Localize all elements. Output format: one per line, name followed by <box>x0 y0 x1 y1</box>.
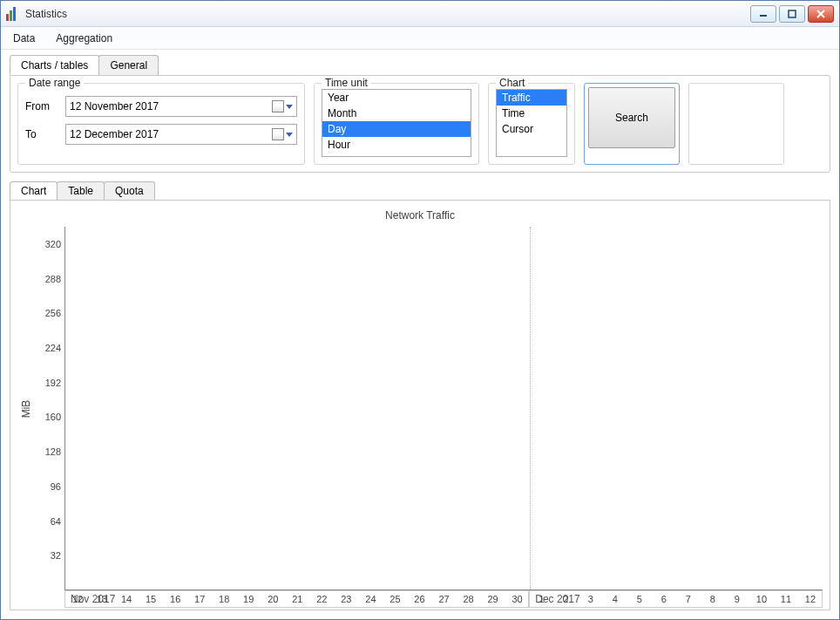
to-date-value: 12 December 2017 <box>70 128 159 140</box>
time-unit-legend: Time unit <box>322 77 371 89</box>
chart-select-list[interactable]: TrafficTimeCursor <box>496 89 567 157</box>
tab-general[interactable]: General <box>98 55 159 75</box>
subtab-quota[interactable]: Quota <box>104 181 155 200</box>
to-label: To <box>25 128 65 140</box>
search-wrapper: Search <box>584 83 680 165</box>
close-button[interactable] <box>808 5 834 23</box>
from-label: From <box>25 100 65 112</box>
menu-aggregation[interactable]: Aggregation <box>56 32 112 44</box>
subtab-table[interactable]: Table <box>57 181 105 200</box>
empty-group <box>688 83 784 165</box>
chart-frame: Network Traffic MiB 32649612816019222425… <box>10 200 830 610</box>
from-date-value: 12 November 2017 <box>70 100 159 112</box>
group-time-unit: Time unit YearMonthDayHour <box>314 83 479 165</box>
list-option[interactable]: Day <box>322 121 471 137</box>
list-option[interactable]: Month <box>322 106 471 121</box>
y-axis-ticks: 326496128160192224256288320 <box>35 227 64 590</box>
calendar-dropdown-icon[interactable] <box>272 100 293 112</box>
date-range-legend: Date range <box>25 77 84 89</box>
svg-rect-1 <box>789 10 796 17</box>
title-bar: Statistics <box>1 1 839 27</box>
filter-panel: Date range From 12 November 2017 To 12 D… <box>10 75 830 173</box>
month-label: Dec 2017 <box>529 591 823 608</box>
app-icon <box>6 7 20 21</box>
list-option[interactable]: Hour <box>322 137 471 153</box>
sub-tabstrip: Chart Table Quota <box>10 181 830 200</box>
plot-area: 1213141516171819202122232425262728293012… <box>64 227 823 590</box>
search-button[interactable]: Search <box>588 87 675 148</box>
list-option[interactable]: Cursor <box>497 121 566 137</box>
menu-bar: Data Aggregation <box>1 27 839 50</box>
tab-charts-tables[interactable]: Charts / tables <box>10 55 99 75</box>
main-tabstrip: Charts / tables General <box>10 55 830 75</box>
menu-data[interactable]: Data <box>13 32 35 44</box>
minimize-button[interactable] <box>750 5 776 23</box>
time-unit-list[interactable]: YearMonthDayHour <box>322 89 471 157</box>
y-axis-label: MiB <box>20 399 32 418</box>
list-option[interactable]: Year <box>322 90 471 106</box>
to-date-input[interactable]: 12 December 2017 <box>65 124 297 145</box>
window-title: Statistics <box>25 8 750 20</box>
chart-select-legend: Chart <box>496 77 528 89</box>
list-option[interactable]: Traffic <box>497 90 566 106</box>
group-chart-select: Chart TrafficTimeCursor <box>488 83 575 165</box>
chart-title: Network Traffic <box>17 206 823 227</box>
calendar-dropdown-icon[interactable] <box>272 128 293 140</box>
from-date-input[interactable]: 12 November 2017 <box>65 96 297 117</box>
subtab-chart[interactable]: Chart <box>10 181 58 200</box>
list-option[interactable]: Time <box>497 106 566 121</box>
maximize-button[interactable] <box>779 5 805 23</box>
group-date-range: Date range From 12 November 2017 To 12 D… <box>17 83 305 165</box>
